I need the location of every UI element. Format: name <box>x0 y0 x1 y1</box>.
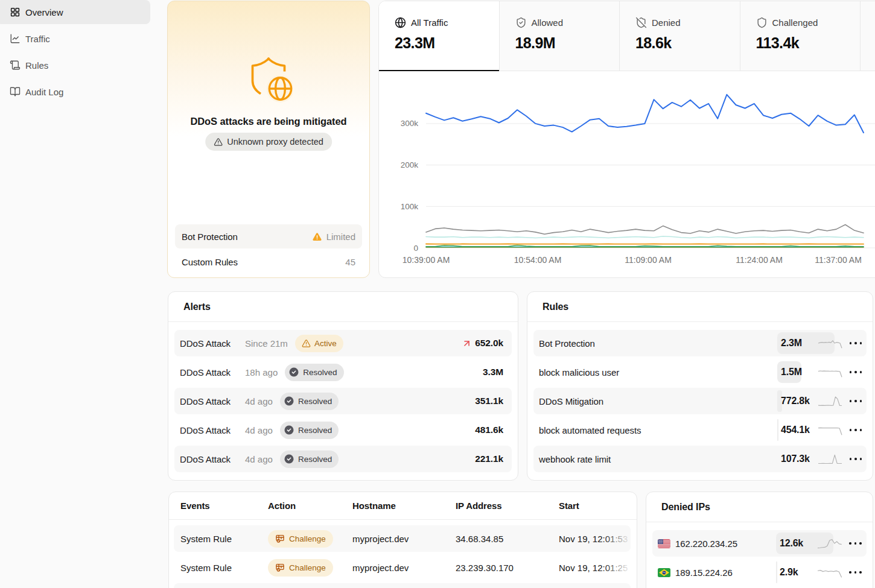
column-header-action: Action <box>268 501 296 511</box>
sidebar-item-traffic[interactable]: Traffic <box>0 27 150 51</box>
bot-protection-row[interactable]: Bot Protection Limited <box>175 224 362 248</box>
check-circle-icon <box>284 425 294 435</box>
rule-value: 772.8k <box>781 396 818 406</box>
denied-ip-usage-bar <box>776 561 777 583</box>
tab-label: Denied <box>652 17 681 28</box>
traffic-chart-svg: 300k200k100k010:39:00 AM10:54:00 AM11:09… <box>379 72 875 278</box>
warning-triangle-icon <box>302 339 311 348</box>
alert-status-badge: Active <box>295 335 343 352</box>
alert-status-badge: Resolved <box>280 450 339 468</box>
rule-name: block malicious user <box>539 367 619 378</box>
bot-challenge-icon <box>275 563 285 572</box>
row-menu-button[interactable] <box>850 342 862 344</box>
bot-challenge-icon <box>275 534 285 543</box>
allowed-value: 18.9M <box>515 34 620 52</box>
us-flag-icon <box>658 539 670 548</box>
tab-all-traffic[interactable]: All Traffic 23.3M <box>379 1 500 71</box>
shield-check-icon <box>515 17 527 28</box>
row-menu-button[interactable] <box>850 458 862 460</box>
tab-challenged[interactable]: Challenged 113.4k <box>740 1 861 71</box>
alert-time: 4d ago <box>245 396 273 406</box>
chart-line-icon <box>10 33 21 44</box>
events-table-header: Events Action Hostname IP Address Start <box>169 492 637 520</box>
tab-allowed[interactable]: Allowed 18.9M <box>500 1 620 71</box>
rule-name: DDoS Mitigation <box>539 396 603 406</box>
denied-ip-sparkline <box>817 537 842 550</box>
alert-value: 3.3M <box>483 367 503 378</box>
challenge-badge: Challenge <box>268 559 333 577</box>
row-menu-button[interactable] <box>850 400 862 402</box>
row-menu-button[interactable] <box>850 371 862 373</box>
traffic-overview-card: All Traffic 23.3M Allowed 18.9M Denied 1… <box>378 1 875 278</box>
mitigation-title: DDoS attacks are being mitigated <box>168 116 369 127</box>
rule-usage-bar <box>777 419 778 441</box>
event-hostname: myproject.dev <box>352 563 409 573</box>
rule-value: 454.1k <box>781 425 818 435</box>
tab-label: All Traffic <box>411 17 448 28</box>
all-traffic-value: 23.3M <box>395 34 499 52</box>
rule-row[interactable]: block automated requests 454.1k <box>533 417 867 443</box>
denied-ip-row[interactable]: 189.15.224.26 2.9k <box>652 559 867 586</box>
traffic-chart: 300k200k100k010:39:00 AM10:54:00 AM11:09… <box>379 72 875 277</box>
alert-row[interactable]: DDoS Attack 4d ago Resolved 481.6k <box>174 417 512 443</box>
alert-time: 4d ago <box>245 425 273 435</box>
rule-sparkline <box>818 394 842 408</box>
alert-row[interactable]: DDoS Attack Since 21m Active 652.0k <box>174 330 512 356</box>
check-circle-icon <box>284 396 294 406</box>
svg-text:11:24:00 AM: 11:24:00 AM <box>736 255 783 265</box>
sidebar-item-audit-log[interactable]: Audit Log <box>0 80 150 104</box>
column-header-events: Events <box>180 501 210 511</box>
event-start: Nov 19, 12:01:25 <box>559 563 631 573</box>
custom-rules-row[interactable]: Custom Rules 45 <box>175 250 362 274</box>
svg-text:100k: 100k <box>401 202 419 211</box>
bot-protection-value: Limited <box>326 232 355 242</box>
svg-text:300k: 300k <box>401 119 419 128</box>
denied-ip-address: 162.220.234.25 <box>675 539 737 549</box>
rule-row[interactable]: block malicious user 1.5M <box>533 359 867 385</box>
tab-denied[interactable]: Denied 18.6k <box>620 1 740 71</box>
alert-row[interactable]: DDoS Attack 4d ago Resolved 221.1k <box>174 446 512 472</box>
event-start: Nov 19, 12:01:53 <box>559 534 631 544</box>
sidebar-item-overview[interactable]: Overview <box>0 0 150 24</box>
rule-sparkline <box>818 365 842 379</box>
denied-ip-value: 2.9k <box>780 567 817 578</box>
rule-name: webhook rate limit <box>539 454 611 464</box>
denied-value: 18.6k <box>635 34 740 52</box>
sidebar-item-rules[interactable]: Rules <box>0 53 150 77</box>
alert-row[interactable]: DDoS Attack 18h ago Resolved 3.3M <box>174 359 512 385</box>
rules-title: Rules <box>527 292 873 322</box>
event-row[interactable]: System Rule Challenge myproject.dev 34.6… <box>174 525 631 552</box>
rule-row[interactable]: DDoS Mitigation 772.8k <box>533 388 867 414</box>
alert-row[interactable]: DDoS Attack 4d ago Resolved 351.1k <box>174 388 512 414</box>
svg-text:11:09:00 AM: 11:09:00 AM <box>625 255 672 265</box>
rule-row[interactable]: webhook rate limit 107.3k <box>533 446 867 472</box>
warning-filled-icon <box>312 232 322 242</box>
proxy-warning-label: Unknown proxy detected <box>227 137 323 147</box>
svg-text:200k: 200k <box>401 160 419 169</box>
event-type: System Rule <box>180 563 232 573</box>
column-header-hostname: Hostname <box>352 501 396 511</box>
alert-status-badge: Resolved <box>280 422 339 439</box>
proxy-warning-badge: Unknown proxy detected <box>205 133 332 151</box>
alerts-title: Alerts <box>168 292 518 322</box>
denied-ip-sparkline <box>817 566 842 579</box>
event-ip: 23.239.30.170 <box>456 563 514 573</box>
denied-ip-row[interactable]: 162.220.234.25 12.6k <box>652 530 867 557</box>
event-row[interactable]: System Rule Challenge myproject.dev 23.2… <box>174 554 631 581</box>
tab-partial <box>861 1 875 71</box>
scroll-icon <box>10 60 21 71</box>
alert-value: 221.1k <box>475 454 503 464</box>
rule-sparkline <box>818 452 842 466</box>
row-menu-button[interactable] <box>849 571 862 574</box>
alert-name: DDoS Attack <box>180 454 245 464</box>
sidebar-item-label: Rules <box>25 60 48 71</box>
alert-name: DDoS Attack <box>180 338 245 349</box>
rules-card: Rules Bot Protection 2.3M block maliciou… <box>527 291 873 481</box>
row-menu-button[interactable] <box>849 542 862 545</box>
rule-row[interactable]: Bot Protection 2.3M <box>533 330 867 356</box>
svg-text:11:37:00 AM: 11:37:00 AM <box>815 255 862 265</box>
mitigation-status-card: DDoS attacks are being mitigated Unknown… <box>167 1 370 278</box>
alert-name: DDoS Attack <box>180 367 245 378</box>
row-menu-button[interactable] <box>850 429 862 431</box>
alert-status-badge: Resolved <box>285 364 343 381</box>
